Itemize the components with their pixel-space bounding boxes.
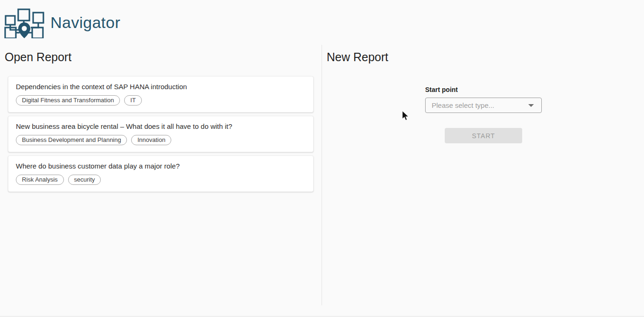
new-report-form: Start point Please select type... START xyxy=(425,86,542,143)
open-report-panel: Open Report Dependencies in the context … xyxy=(0,45,322,305)
app-logo: Navigator xyxy=(4,7,120,38)
tag-chip: Digital Fitness and Transformation xyxy=(16,95,120,106)
select-placeholder: Please select type... xyxy=(432,101,528,109)
app-header: Navigator xyxy=(0,0,644,45)
open-report-title: Open Report xyxy=(5,50,322,64)
main-content: Open Report Dependencies in the context … xyxy=(0,45,644,305)
tag-chip: IT xyxy=(124,95,142,106)
report-card-tags: Risk Analysissecurity xyxy=(16,175,306,185)
report-list: Dependencies in the context of SAP HANA … xyxy=(8,76,314,192)
report-card-tags: Business Development and PlanningInnovat… xyxy=(16,135,306,145)
tag-chip: security xyxy=(68,175,101,185)
tag-chip: Innovation xyxy=(131,135,171,145)
bottom-divider xyxy=(0,316,644,317)
app-title: Navigator xyxy=(50,14,120,32)
report-card-title: Dependencies in the context of SAP HANA … xyxy=(16,83,306,91)
report-card[interactable]: Where do business customer data play a m… xyxy=(8,155,314,192)
flowchart-location-pin-icon xyxy=(4,7,45,38)
tag-chip: Business Development and Planning xyxy=(16,135,127,145)
new-report-panel: New Report Start point Please select typ… xyxy=(322,45,644,305)
report-card[interactable]: Dependencies in the context of SAP HANA … xyxy=(8,76,314,113)
start-point-select[interactable]: Please select type... xyxy=(425,98,542,113)
start-button[interactable]: START xyxy=(445,128,522,143)
chevron-down-icon xyxy=(528,104,534,107)
tag-chip: Risk Analysis xyxy=(16,175,64,185)
start-point-label: Start point xyxy=(425,86,542,93)
report-card[interactable]: New business area bicycle rental – What … xyxy=(8,116,314,152)
report-card-tags: Digital Fitness and TransformationIT xyxy=(16,95,306,106)
new-report-title: New Report xyxy=(327,50,644,64)
report-card-title: New business area bicycle rental – What … xyxy=(16,122,306,130)
report-card-title: Where do business customer data play a m… xyxy=(16,162,306,170)
